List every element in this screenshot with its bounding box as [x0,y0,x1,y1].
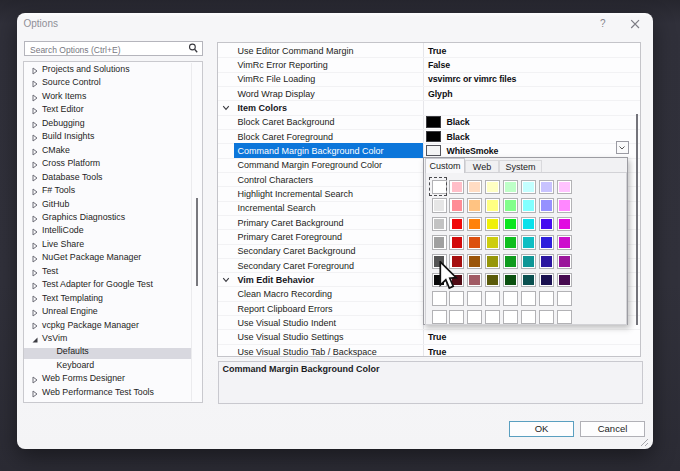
svg-text:?: ? [600,18,606,29]
